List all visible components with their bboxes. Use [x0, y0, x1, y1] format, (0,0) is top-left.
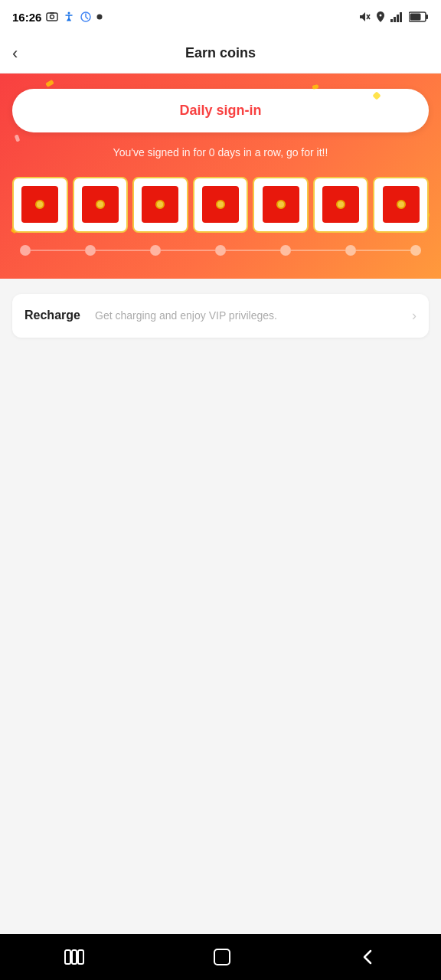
- svg-rect-18: [78, 950, 83, 964]
- page-title: Earn coins: [185, 45, 256, 61]
- coin-dot-5: [276, 200, 286, 209]
- svg-point-1: [51, 15, 54, 19]
- day-box-2[interactable]: [73, 177, 129, 233]
- status-right: [358, 11, 429, 23]
- status-bar: 16:26: [0, 0, 441, 34]
- day-box-inner-1: [21, 186, 58, 223]
- confetti-6: [15, 134, 21, 142]
- banner: Daily sign-in You've signed in for 0 day…: [0, 74, 441, 279]
- bottom-nav: [0, 934, 441, 980]
- svg-rect-2: [50, 12, 54, 14]
- progress-dot-6: [345, 245, 356, 256]
- svg-point-8: [380, 15, 382, 17]
- back-button[interactable]: ‹: [12, 44, 18, 64]
- svg-rect-11: [397, 15, 399, 22]
- progress-dots: [12, 245, 429, 256]
- day-box-inner-3: [142, 186, 178, 223]
- progress-dot-3: [150, 245, 161, 256]
- svg-rect-17: [72, 950, 77, 964]
- progress-line-5: [291, 250, 345, 251]
- day-box-inner-2: [82, 186, 119, 223]
- progress-line-3: [161, 250, 215, 251]
- accessibility-icon: [63, 11, 75, 23]
- day-box-inner-4: [202, 186, 239, 223]
- day-box-4[interactable]: [193, 177, 249, 233]
- svg-rect-14: [426, 15, 428, 19]
- progress-dot-1: [20, 245, 31, 256]
- signin-subtitle: You've signed in for 0 days in a row, go…: [12, 146, 429, 158]
- coin-dot-3: [155, 200, 165, 209]
- header: ‹ Earn coins: [0, 34, 441, 74]
- recharge-description: Get charging and enjoy VIP privileges.: [95, 309, 403, 322]
- recent-apps-button[interactable]: [46, 942, 103, 972]
- svg-rect-15: [410, 14, 421, 21]
- svg-rect-9: [390, 19, 393, 22]
- progress-line-6: [356, 250, 410, 251]
- day-box-1[interactable]: [12, 177, 68, 233]
- status-time: 16:26: [12, 11, 41, 24]
- daily-signin-button[interactable]: Daily sign-in: [12, 89, 429, 132]
- svg-point-5: [97, 15, 103, 20]
- nav-back-button[interactable]: [341, 943, 395, 971]
- svg-rect-12: [400, 12, 402, 22]
- svg-rect-10: [394, 17, 396, 22]
- coin-dot-7: [397, 200, 406, 209]
- coin-dot-1: [35, 200, 44, 209]
- coin-dot-6: [336, 200, 345, 209]
- recharge-label: Recharge: [24, 309, 86, 322]
- coin-dot-2: [96, 200, 105, 209]
- status-left: 16:26: [12, 11, 103, 24]
- recharge-card[interactable]: Recharge Get charging and enjoy VIP priv…: [12, 294, 429, 338]
- svg-rect-16: [65, 950, 70, 964]
- day-box-inner-5: [263, 186, 299, 223]
- day-box-3[interactable]: [132, 177, 188, 233]
- battery-icon: [409, 11, 429, 22]
- day-box-inner-6: [322, 186, 359, 223]
- svg-point-3: [68, 12, 70, 15]
- location-icon: [375, 11, 386, 23]
- home-button[interactable]: [194, 942, 250, 972]
- progress-line-2: [96, 250, 150, 251]
- progress-dot-2: [85, 245, 96, 256]
- main-content: Recharge Get charging and enjoy VIP priv…: [0, 279, 441, 934]
- day-box-7[interactable]: [373, 177, 429, 233]
- progress-dot-7: [410, 245, 421, 256]
- recharge-chevron-icon: ›: [412, 308, 416, 324]
- day-box-5[interactable]: [253, 177, 309, 233]
- progress-dot-5: [280, 245, 291, 256]
- nav-back-icon: [360, 949, 377, 965]
- signal-icon: [390, 11, 404, 22]
- day-box-inner-7: [383, 186, 420, 223]
- svg-rect-0: [47, 13, 57, 21]
- day-box-6[interactable]: [313, 177, 369, 233]
- notification-dot: [96, 14, 103, 20]
- recent-apps-icon: [64, 949, 84, 965]
- day-boxes-container: [12, 177, 429, 233]
- progress-line-1: [31, 250, 85, 251]
- home-icon: [213, 948, 231, 966]
- confetti-1: [45, 80, 54, 87]
- photo-icon: [46, 11, 58, 22]
- mute-icon: [358, 11, 371, 23]
- sync-icon: [80, 11, 92, 23]
- svg-rect-19: [214, 949, 230, 965]
- progress-dot-4: [215, 245, 226, 256]
- coin-dot-4: [216, 200, 225, 209]
- progress-line-4: [226, 250, 280, 251]
